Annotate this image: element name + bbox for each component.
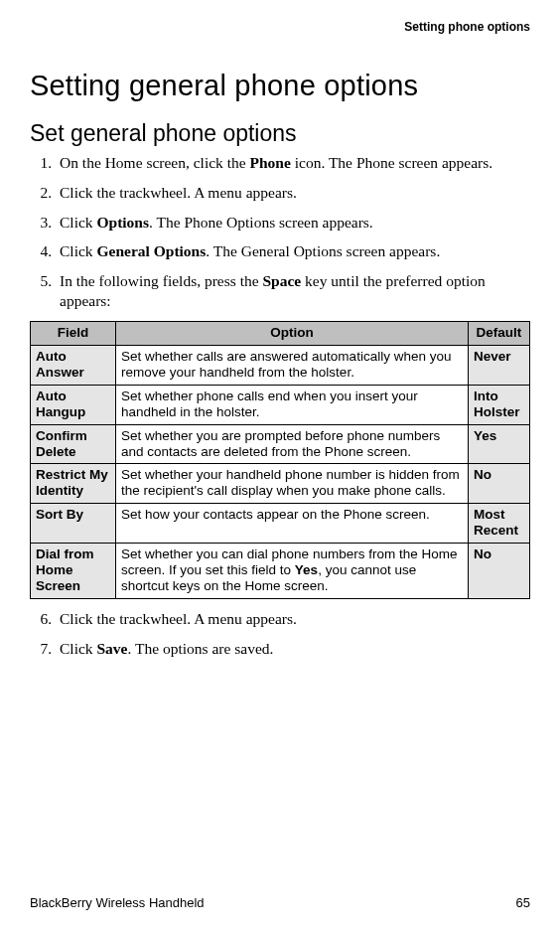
step-bold: Space bbox=[262, 272, 301, 289]
cell-option: Set whether phone calls end when you ins… bbox=[116, 385, 469, 424]
th-field: Field bbox=[31, 321, 116, 345]
step-text: . The Phone Options screen appears. bbox=[149, 214, 373, 231]
step-text: On the Home screen, click the bbox=[60, 154, 250, 171]
cell-default: Yes bbox=[469, 424, 530, 464]
table-row: Auto Hangup Set whether phone calls end … bbox=[31, 385, 530, 424]
cell-default: Never bbox=[469, 345, 530, 385]
cell-option-text: Set whether you are prompted before phon… bbox=[121, 428, 440, 459]
step-bold: Phone bbox=[250, 154, 291, 171]
th-default: Default bbox=[469, 321, 530, 345]
page-footer: BlackBerry Wireless Handheld 65 bbox=[30, 895, 530, 910]
cell-field: Confirm Delete bbox=[31, 424, 116, 464]
step-2: Click the trackwheel. A menu appears. bbox=[56, 183, 530, 203]
cell-option: Set whether your handheld phone number i… bbox=[116, 464, 469, 504]
table-row: Restrict My Identity Set whether your ha… bbox=[31, 464, 530, 504]
step-bold: Save bbox=[96, 640, 127, 657]
cell-option: Set whether calls are answered automatic… bbox=[116, 345, 469, 385]
cell-option-text: Set whether your handheld phone number i… bbox=[121, 467, 460, 498]
cell-option-text: Set whether phone calls end when you ins… bbox=[121, 389, 418, 419]
step-bold: Options bbox=[96, 214, 149, 231]
cell-default: Most Recent bbox=[469, 504, 530, 544]
table-header-row: Field Option Default bbox=[31, 321, 530, 345]
table-row: Confirm Delete Set whether you are promp… bbox=[31, 424, 530, 464]
cell-default: Into Holster bbox=[469, 385, 530, 424]
cell-field: Auto Answer bbox=[31, 345, 116, 385]
cell-option-text: Set how your contacts appear on the Phon… bbox=[121, 507, 430, 522]
footer-page-number: 65 bbox=[516, 895, 530, 910]
cell-option-text: Set whether calls are answered automatic… bbox=[121, 349, 451, 380]
footer-product: BlackBerry Wireless Handheld bbox=[30, 895, 205, 910]
cell-option: Set whether you can dial phone numbers f… bbox=[116, 544, 469, 599]
step-text: Click bbox=[60, 214, 96, 231]
cell-field: Dial from Home Screen bbox=[31, 544, 116, 599]
cell-field: Restrict My Identity bbox=[31, 464, 116, 504]
step-4: Click General Options. The General Optio… bbox=[56, 241, 530, 261]
cell-default: No bbox=[469, 544, 530, 599]
step-1: On the Home screen, click the Phone icon… bbox=[56, 153, 530, 173]
step-3: Click Options. The Phone Options screen … bbox=[56, 213, 530, 233]
running-header: Setting phone options bbox=[30, 20, 530, 34]
section-title: Setting general phone options bbox=[30, 70, 530, 102]
cell-default: No bbox=[469, 464, 530, 504]
th-option: Option bbox=[116, 321, 469, 345]
step-7: Click Save. The options are saved. bbox=[56, 639, 530, 659]
step-text: icon. The Phone screen appears. bbox=[291, 154, 492, 171]
step-text: . The General Options screen appears. bbox=[206, 242, 440, 259]
table-row: Dial from Home Screen Set whether you ca… bbox=[31, 544, 530, 599]
steps-list-b: Click the trackwheel. A menu appears. Cl… bbox=[30, 609, 530, 659]
cell-option: Set how your contacts appear on the Phon… bbox=[116, 504, 469, 544]
step-text: . The options are saved. bbox=[127, 640, 273, 657]
step-text: Click bbox=[60, 242, 96, 259]
cell-field: Sort By bbox=[31, 504, 116, 544]
step-text: Click bbox=[60, 640, 96, 657]
cell-field: Auto Hangup bbox=[31, 385, 116, 424]
step-5: In the following fields, press the Space… bbox=[56, 271, 530, 311]
table-row: Sort By Set how your contacts appear on … bbox=[31, 504, 530, 544]
options-table: Field Option Default Auto Answer Set whe… bbox=[30, 321, 530, 599]
cell-option: Set whether you are prompted before phon… bbox=[116, 424, 469, 464]
step-text: In the following fields, press the bbox=[60, 272, 262, 289]
step-6: Click the trackwheel. A menu appears. bbox=[56, 609, 530, 629]
step-bold: General Options bbox=[96, 242, 206, 259]
subsection-title: Set general phone options bbox=[30, 120, 530, 147]
page: Setting phone options Setting general ph… bbox=[0, 0, 560, 936]
table-row: Auto Answer Set whether calls are answer… bbox=[31, 345, 530, 385]
step-text: Click the trackwheel. A menu appears. bbox=[60, 184, 297, 201]
step-text: Click the trackwheel. A menu appears. bbox=[60, 610, 297, 627]
steps-list-a: On the Home screen, click the Phone icon… bbox=[30, 153, 530, 311]
cell-option-bold: Yes bbox=[295, 562, 318, 577]
